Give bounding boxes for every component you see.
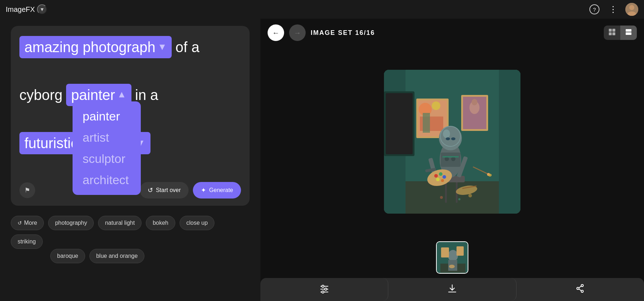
svg-rect-20 xyxy=(423,113,430,133)
share-icon xyxy=(575,283,585,296)
style-chips-row2: baroque blue and orange xyxy=(11,249,250,263)
action-buttons: ↺ Start over ✦ Generate xyxy=(140,182,241,199)
help-icon: ? xyxy=(589,4,599,14)
chevron-down-icon: ▼ xyxy=(158,41,167,53)
svg-rect-4 xyxy=(612,29,615,32)
topnav-right: ? ⋮ xyxy=(588,3,638,16)
svg-point-45 xyxy=(434,174,438,178)
chip-label: amazing photograph xyxy=(24,37,156,57)
app-logo: ImageFX xyxy=(6,5,35,14)
svg-rect-32 xyxy=(443,156,459,158)
dropdown-item-sculptor[interactable]: sculptor xyxy=(73,148,141,169)
sliders-icon xyxy=(319,283,329,296)
more-label: More xyxy=(24,220,37,226)
natural-light-chip[interactable]: natural light xyxy=(98,216,142,230)
svg-point-46 xyxy=(439,172,443,176)
left-panel: amazing photograph ▼ of a cyborg painter… xyxy=(0,19,260,301)
prompt-text: amazing photograph ▼ of a xyxy=(19,36,241,58)
svg-point-65 xyxy=(325,288,327,290)
logo-dropdown-button[interactable]: ▼ xyxy=(37,4,47,14)
svg-rect-6 xyxy=(612,32,615,35)
main-image-container xyxy=(268,46,637,237)
generate-label: Generate xyxy=(209,187,233,193)
spark-icon: ✦ xyxy=(201,186,206,194)
baroque-chip[interactable]: baroque xyxy=(50,249,85,263)
next-image-button[interactable]: → xyxy=(289,24,306,41)
generate-button[interactable]: ✦ Generate xyxy=(193,182,241,199)
svg-point-59 xyxy=(449,265,455,268)
chevron-down-icon: ▼ xyxy=(40,6,45,12)
user-avatar[interactable] xyxy=(625,3,638,16)
amazing-photograph-chip[interactable]: amazing photograph ▼ xyxy=(19,36,172,58)
svg-rect-14 xyxy=(386,93,413,154)
bottom-action-bar xyxy=(260,278,644,301)
avatar-image xyxy=(625,3,638,16)
more-icon: ⋮ xyxy=(609,4,618,14)
svg-point-63 xyxy=(322,285,324,287)
left-arrow-icon: ← xyxy=(272,29,279,37)
svg-rect-29 xyxy=(441,152,460,167)
svg-rect-12 xyxy=(499,70,520,214)
photography-chip[interactable]: photography xyxy=(48,216,94,230)
main-layout: amazing photograph ▼ of a cyborg painter… xyxy=(0,19,644,301)
help-button[interactable]: ? xyxy=(588,3,601,16)
svg-point-67 xyxy=(322,291,324,293)
prompt-word-cyborg: cyborg xyxy=(19,85,62,105)
prev-image-button[interactable]: ← xyxy=(268,24,284,41)
bokeh-chip[interactable]: bokeh xyxy=(146,216,175,230)
prompt-word-of-a: of a xyxy=(175,37,199,57)
thumbnail-1[interactable] xyxy=(436,241,468,274)
svg-point-53 xyxy=(458,198,460,200)
natural-light-label: natural light xyxy=(105,220,135,226)
share-button[interactable] xyxy=(516,278,644,301)
image-set-label: IMAGE SET 16/16 xyxy=(311,29,599,37)
grid-view-button[interactable] xyxy=(604,26,620,40)
svg-point-48 xyxy=(436,178,440,181)
svg-rect-7 xyxy=(626,29,631,32)
svg-point-54 xyxy=(468,194,472,197)
photography-label: photography xyxy=(55,220,87,226)
svg-point-1 xyxy=(629,5,634,10)
close-up-label: close up xyxy=(186,220,208,226)
more-chip-button[interactable]: ↺ More xyxy=(11,216,44,230)
svg-line-74 xyxy=(579,289,581,291)
svg-rect-60 xyxy=(441,247,449,257)
right-panel: ← → IMAGE SET 16/16 xyxy=(260,19,644,301)
more-options-button[interactable]: ⋮ xyxy=(607,3,620,16)
topnav: ImageFX ▼ ? ⋮ xyxy=(0,0,644,19)
flag-button[interactable]: ⚑ xyxy=(19,182,35,198)
adjust-button[interactable] xyxy=(260,278,388,301)
svg-rect-5 xyxy=(609,32,612,35)
close-up-chip[interactable]: close up xyxy=(180,216,215,230)
start-over-button[interactable]: ↺ Start over xyxy=(140,182,189,199)
download-button[interactable] xyxy=(388,278,516,301)
download-icon xyxy=(447,283,457,296)
dropdown-item-painter[interactable]: painter xyxy=(73,106,141,127)
prompt-area: amazing photograph ▼ of a cyborg painter… xyxy=(11,26,250,206)
svg-point-49 xyxy=(441,179,444,182)
dropdown-item-architect[interactable]: architect xyxy=(73,169,141,191)
svg-point-37 xyxy=(451,137,455,140)
flag-icon: ⚑ xyxy=(24,186,30,194)
main-image xyxy=(384,70,520,214)
svg-point-34 xyxy=(443,129,450,138)
grid4-icon xyxy=(608,28,616,37)
single-icon xyxy=(625,28,632,37)
svg-rect-61 xyxy=(457,246,464,256)
refresh-small-icon: ↺ xyxy=(18,220,22,226)
svg-rect-8 xyxy=(626,32,631,35)
painter-dropdown: painter artist sculptor architect xyxy=(73,101,141,195)
blue-and-orange-chip[interactable]: blue and orange xyxy=(89,249,145,263)
chip-label: futuristic xyxy=(24,133,78,153)
dropdown-item-artist[interactable]: artist xyxy=(73,127,141,148)
striking-label: striking xyxy=(18,238,36,245)
prompt-word-in-a: in a xyxy=(135,85,158,105)
refresh-icon: ↺ xyxy=(148,186,153,194)
svg-line-73 xyxy=(579,286,581,288)
chevron-up-icon: ▼ xyxy=(117,89,126,101)
svg-point-57 xyxy=(448,250,458,261)
svg-rect-25 xyxy=(445,181,447,203)
single-view-button[interactable] xyxy=(620,26,637,40)
striking-chip[interactable]: striking xyxy=(11,234,43,249)
image-nav: ← → IMAGE SET 16/16 xyxy=(268,24,637,41)
